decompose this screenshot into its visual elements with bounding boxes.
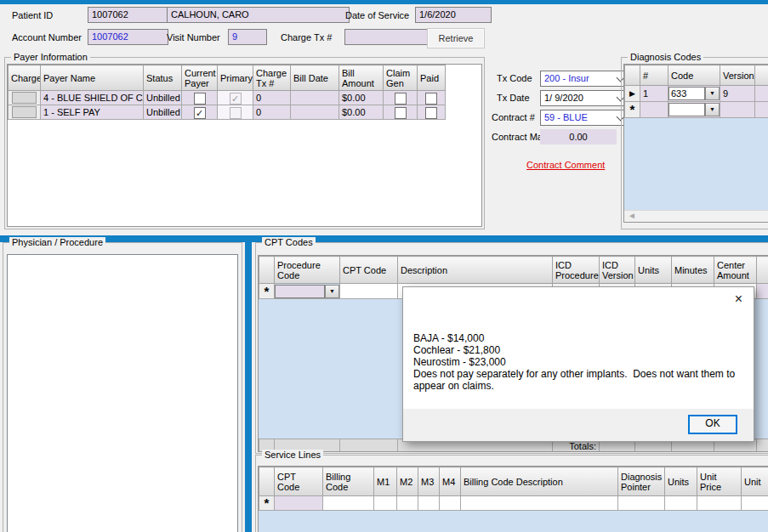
diag-version-cell: 9	[720, 86, 755, 102]
col-m3[interactable]: M3	[418, 467, 440, 496]
vertical-divider-bar	[245, 242, 252, 532]
payer-name-cell[interactable]: 4 - BLUE SHIELD OF CA	[41, 91, 144, 105]
col-diag-version[interactable]: Version	[720, 65, 755, 86]
bill-date-cell	[291, 105, 339, 120]
col-diagnosis-pointer[interactable]: Diagnosis Pointer	[618, 467, 665, 496]
col-procedure-code[interactable]: Procedure Code	[275, 257, 340, 284]
current-row-icon: ▶	[625, 86, 640, 102]
charge-tx-cell: 0	[253, 105, 291, 120]
col-billing-code[interactable]: Billing Code	[323, 467, 374, 496]
col-description[interactable]: Description	[398, 257, 553, 284]
cpt-code-new-cell[interactable]	[340, 284, 398, 299]
service-line-new-row[interactable]: *	[259, 496, 768, 511]
tx-date-label: Tx Date	[497, 93, 530, 103]
horizontal-divider-bar	[0, 235, 768, 242]
new-row-icon: *	[259, 284, 275, 299]
col-units[interactable]: Units	[635, 257, 672, 284]
procedure-code-new-cell[interactable]: ▼	[275, 284, 340, 299]
diagnosis-horizontal-scrollbar[interactable]: ◄	[624, 210, 768, 222]
col-charge-tx[interactable]: Charge Tx #	[253, 65, 291, 91]
col-m4[interactable]: M4	[440, 467, 461, 496]
date-of-service-field[interactable]: 1/6/2020	[415, 7, 492, 23]
current-payer-checkbox[interactable]	[194, 93, 206, 105]
col-m1[interactable]: M1	[374, 467, 397, 496]
col-bill-amount[interactable]: Bill Amount	[339, 65, 384, 91]
payer-row[interactable]: 4 - BLUE SHIELD OF CA Unbilled 0 $0.00	[9, 91, 446, 105]
col-cpt-code[interactable]: CPT Code	[340, 257, 398, 284]
col-sl-partial: Unit	[742, 467, 768, 496]
row-selector-header	[259, 257, 275, 284]
patient-id-label: Patient ID	[12, 10, 53, 20]
patient-name-field[interactable]: CALHOUN, CARO	[167, 7, 350, 23]
diag-code-new-cell[interactable]: ▼	[668, 102, 720, 118]
col-sl-cpt-code[interactable]: CPT Code	[275, 467, 323, 496]
dropdown-icon[interactable]: ▼	[325, 285, 339, 298]
paid-cell[interactable]	[418, 91, 446, 105]
col-minutes[interactable]: Minutes	[672, 257, 714, 284]
col-charge[interactable]: Charge	[9, 65, 41, 91]
payer-name-cell[interactable]: 1 - SELF PAY	[41, 105, 144, 120]
charge-tx-field[interactable]	[344, 29, 430, 45]
new-row-icon: *	[625, 102, 640, 118]
claim-gen-cell[interactable]	[384, 91, 418, 105]
col-bill-date[interactable]: Bill Date	[291, 65, 339, 91]
claim-gen-checkbox[interactable]	[395, 93, 407, 105]
diag-partial-cell	[755, 86, 768, 102]
col-center-amount[interactable]: Center Amount	[714, 257, 757, 284]
charge-tx-cell: 0	[253, 91, 291, 105]
charge-button[interactable]	[9, 105, 41, 120]
paid-cell[interactable]	[418, 105, 446, 120]
col-current-payer[interactable]: Current Payer	[182, 65, 218, 91]
diagnosis-new-row[interactable]: * ▼	[625, 102, 768, 118]
dropdown-icon[interactable]: ▼	[705, 103, 720, 116]
current-payer-cell[interactable]	[182, 91, 218, 105]
paid-checkbox[interactable]	[425, 107, 437, 119]
col-icd-procedure[interactable]: ICD Procedure	[553, 257, 600, 284]
diagnosis-grid: # Code Version ▶ 1 633▼ 9 *	[623, 64, 768, 223]
diagnosis-row[interactable]: ▶ 1 633▼ 9	[625, 86, 768, 102]
tx-date-combo[interactable]: 1/ 9/2020	[540, 90, 629, 106]
col-sl-units[interactable]: Units	[665, 467, 697, 496]
col-m2[interactable]: M2	[397, 467, 418, 496]
charge-button[interactable]	[9, 91, 41, 105]
comment-dialog: × BAJA - $14,000 Cochlear - $21,800 Neur…	[402, 286, 754, 442]
dropdown-icon[interactable]: ▼	[705, 87, 720, 100]
col-paid[interactable]: Paid	[418, 65, 446, 91]
status-cell: Unbilled	[144, 91, 182, 105]
retrieve-button[interactable]: Retrieve	[427, 28, 485, 48]
current-payer-checkbox[interactable]	[194, 107, 206, 119]
contract-combo[interactable]: 59 - BLUE	[540, 110, 629, 126]
physician-procedure-listbox[interactable]	[7, 254, 238, 532]
scroll-left-icon[interactable]: ◄	[625, 212, 639, 221]
col-diag-num[interactable]: #	[640, 65, 668, 86]
close-icon[interactable]: ×	[735, 292, 742, 306]
account-number-field[interactable]: 1007062	[88, 29, 168, 45]
tx-code-combo[interactable]: 200 - Insur	[540, 71, 629, 87]
col-diag-code[interactable]: Code	[668, 65, 720, 86]
col-claim-gen[interactable]: Claim Gen	[384, 65, 418, 91]
account-number-label: Account Number	[12, 32, 82, 42]
sl-cpt-code-new-cell[interactable]	[275, 496, 323, 511]
primary-cell	[218, 105, 253, 120]
patient-id-field[interactable]: 1007062	[88, 7, 168, 23]
claim-gen-checkbox[interactable]	[395, 107, 407, 119]
ok-button[interactable]: OK	[688, 415, 737, 434]
claim-gen-cell[interactable]	[384, 105, 418, 120]
payer-grid: Charge Payer Name Status Current Payer P…	[7, 64, 482, 227]
bill-amount-cell: $0.00	[339, 105, 384, 120]
primary-checkbox	[230, 107, 242, 119]
payer-row[interactable]: 1 - SELF PAY Unbilled 0 $0.00	[9, 105, 446, 120]
diag-code-cell[interactable]: 633▼	[668, 86, 720, 102]
col-icd-version[interactable]: ICD Version	[600, 257, 635, 284]
contract-comment-link[interactable]: Contract Comment	[526, 160, 605, 170]
col-primary[interactable]: Primary	[218, 65, 253, 91]
top-accent-bar	[0, 0, 768, 4]
col-payer-name[interactable]: Payer Name	[41, 65, 144, 91]
paid-checkbox[interactable]	[425, 93, 437, 105]
service-lines-title: Service Lines	[262, 450, 323, 460]
current-payer-cell[interactable]	[182, 105, 218, 120]
col-status[interactable]: Status	[144, 65, 182, 91]
visit-number-field[interactable]: 9	[228, 29, 267, 45]
col-billing-code-description[interactable]: Billing Code Description	[461, 467, 618, 496]
col-unit-price[interactable]: Unit Price	[697, 467, 742, 496]
